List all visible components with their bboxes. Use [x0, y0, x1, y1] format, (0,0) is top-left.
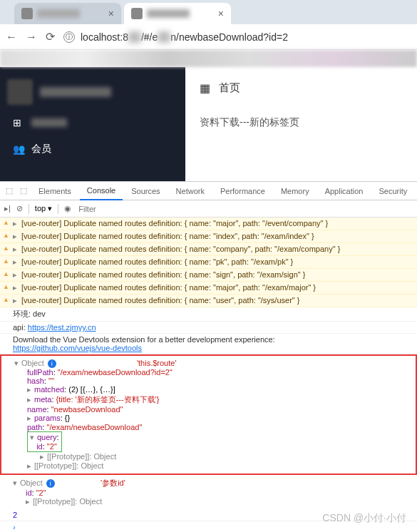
console-log: 环境: dev [0, 307, 417, 322]
expand-icon[interactable]: ▾ [13, 479, 20, 488]
tab-title-blurred [37, 9, 80, 18]
tab-favicon [131, 8, 143, 19]
close-icon[interactable]: × [108, 8, 114, 19]
dashboard-icon: ⊞ [13, 117, 24, 128]
devtools-link[interactable]: https://github.com/vuejs/vue-devtools [13, 344, 142, 352]
sidebar-logo [7, 79, 33, 105]
browser-tab-1[interactable]: × [14, 3, 121, 24]
sidebar-item-label: 会员 [31, 143, 51, 155]
expand-icon[interactable]: ▸ [40, 452, 47, 461]
console-warning: ▸[vue-router] Duplicate named routes def… [0, 295, 417, 307]
devtools-tabs: ⬚ ⬚ Elements Console Sources Network Per… [0, 182, 417, 200]
sidebar-item-blurred[interactable]: ⊞ [7, 110, 178, 135]
tab-network[interactable]: Network [169, 183, 212, 200]
tab-console[interactable]: Console [80, 182, 123, 200]
app-area: ⊞ 👥 会员 ▦ 首页 资料下载---新的标签页 [0, 67, 417, 181]
console-warning: ▸[vue-router] Duplicate named routes def… [0, 256, 417, 269]
console-log: api: https://test.zjmyy.cn [0, 322, 417, 334]
grid-icon: ▦ [200, 81, 210, 95]
expand-icon[interactable]: ▾ [14, 359, 21, 368]
separator [29, 204, 29, 214]
query-highlight-box: ▾query: id: "2" [27, 431, 62, 452]
filter-input[interactable] [77, 203, 148, 215]
sidebar-toggle-icon[interactable]: ▸| [4, 204, 11, 213]
users-icon: 👥 [13, 143, 24, 155]
console-warning: ▸[vue-router] Duplicate named routes def… [0, 282, 417, 295]
tab-favicon [21, 8, 33, 19]
page-subtitle: 资料下载---新的标签页 [200, 116, 403, 129]
expand-icon[interactable]: ▸ [27, 395, 34, 404]
expand-icon[interactable]: ▾ [30, 433, 37, 442]
main-content: ▦ 首页 资料下载---新的标签页 [185, 67, 417, 181]
console-toolbar: ▸| ⊘ top ▾ ◉ [0, 200, 417, 218]
close-icon[interactable]: × [218, 8, 224, 19]
breadcrumb: ▦ 首页 [200, 81, 403, 95]
expand-icon[interactable]: ▸ [27, 385, 34, 394]
api-link[interactable]: https://test.zjmyy.cn [28, 323, 96, 332]
console-log: Download the Vue Devtools extension for … [0, 334, 417, 354]
console-body: ▸[vue-router] Duplicate named routes def… [0, 218, 417, 532]
tab-application[interactable]: Application [318, 183, 371, 200]
info-badge-icon[interactable]: i [48, 359, 56, 368]
info-badge-icon[interactable]: i [46, 479, 55, 488]
sidebar-title-blurred [40, 87, 111, 97]
forward-icon[interactable]: → [26, 31, 37, 44]
console-warning: ▸[vue-router] Duplicate named routes def… [0, 230, 417, 243]
context-selector[interactable]: top ▾ [35, 204, 52, 213]
app-sidebar: ⊞ 👥 会员 [0, 67, 185, 181]
eye-icon[interactable]: ◉ [64, 204, 71, 213]
back-icon[interactable]: ← [6, 31, 17, 44]
url-blurred: xx [128, 31, 141, 43]
device-icon[interactable]: ⬚ [17, 186, 30, 195]
breadcrumb-home[interactable]: 首页 [219, 81, 240, 95]
url-text-3: n/newbaseDownload?id=2 [170, 31, 288, 43]
inspect-icon[interactable]: ⬚ [3, 186, 16, 195]
sidebar-header [7, 74, 178, 110]
tab-security[interactable]: Security [371, 183, 414, 200]
browser-nav-bar: ← → ⟳ ⓘ localhost:8xx/#/exxn/newbaseDown… [0, 24, 417, 50]
clear-console-icon[interactable]: ⊘ [16, 204, 23, 213]
browser-tabs-bar: × × [0, 0, 417, 24]
expand-icon[interactable]: ▸ [27, 414, 34, 423]
tab-performance[interactable]: Performance [213, 183, 272, 200]
tab-title-blurred [147, 9, 190, 18]
url-bar[interactable]: ⓘ localhost:8xx/#/exxn/newbaseDownload?i… [63, 31, 411, 43]
site-info-icon[interactable]: ⓘ [63, 31, 75, 43]
expand-icon[interactable]: ▸ [27, 461, 34, 471]
tab-memory[interactable]: Memory [274, 183, 316, 200]
expand-icon[interactable]: ▸ [26, 497, 33, 506]
devtools-panel: ⬚ ⬚ Elements Console Sources Network Per… [0, 181, 417, 532]
url-text-1: localhost:8 [81, 31, 128, 43]
console-warning: ▸[vue-router] Duplicate named routes def… [0, 269, 417, 282]
url-blurred: xx [158, 31, 170, 43]
separator [58, 204, 58, 214]
browser-tab-2[interactable]: × [124, 3, 231, 24]
sidebar-label-blurred [31, 118, 67, 127]
console-warning: ▸[vue-router] Duplicate named routes def… [0, 218, 417, 230]
console-object-route: ▾Object i 'this.$route' fullPath: "/exam… [0, 354, 417, 475]
tab-elements[interactable]: Elements [31, 183, 78, 200]
sidebar-item-member[interactable]: 👥 会员 [7, 135, 178, 163]
bookmark-bar [0, 50, 417, 67]
console-warning: ▸[vue-router] Duplicate named routes def… [0, 243, 417, 256]
tab-sources[interactable]: Sources [124, 183, 167, 200]
url-text-2: /#/e [141, 31, 158, 43]
reload-icon[interactable]: ⟳ [46, 30, 55, 44]
watermark: CSDN @小付·小付 [322, 512, 406, 525]
console-object-params: ▾Object i '参数id' id: "2" ▸[[Prototype]]:… [0, 475, 417, 509]
